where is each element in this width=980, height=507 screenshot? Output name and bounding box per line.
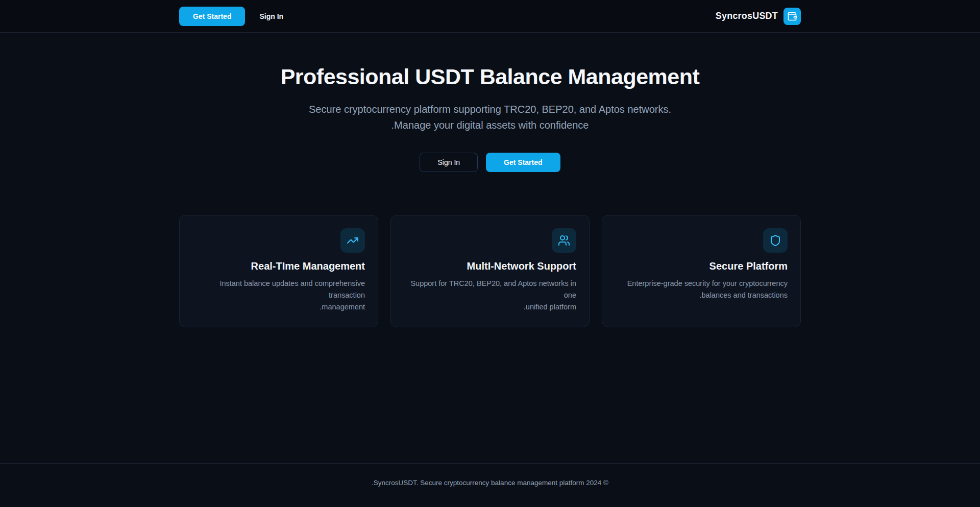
wallet-icon [783,8,801,25]
brand[interactable]: SyncrosUSDT [716,8,801,25]
feature-description-line2: management. [192,301,365,313]
hero-get-started-button[interactable]: Get Started [486,153,560,172]
trending-up-icon [340,228,365,253]
feature-description-line2: unified platform. [404,301,576,313]
shield-icon [763,228,788,253]
nav-get-started-button[interactable]: Get Started [179,7,245,26]
feature-card-secure: Secure Platform Enterprise-grade securit… [602,215,801,327]
navbar-actions: Get Started Sign In [179,7,283,26]
feature-cards: Real-TIme Management Instant balance upd… [179,215,801,327]
users-icon [552,228,576,253]
feature-card-realtime: Real-TIme Management Instant balance upd… [179,215,378,327]
feature-title: MultI-Network Support [404,260,576,272]
feature-description-line1: Enterprise-grade security for your crypt… [615,278,788,289]
footer-text: © 2024 SyncrosUSDT. Secure cryptocurrenc… [0,479,980,487]
feature-description: Support for TRC20, BEP20, and Aptos netw… [404,278,576,313]
feature-description-line2: balances and transactions. [615,289,788,301]
feature-description: Instant balance updates and comprehensiv… [192,278,365,313]
hero-subtitle-line2: Manage your digital assets with confiden… [0,117,980,133]
feature-description-line1: Instant balance updates and comprehensiv… [192,278,365,301]
feature-title: Real-TIme Management [192,260,365,272]
hero-section: Professional USDT Balance Management Sec… [0,33,980,172]
page-title: Professional USDT Balance Management [0,64,980,89]
brand-name: SyncrosUSDT [716,11,778,21]
hero-sign-in-button[interactable]: Sign In [420,153,478,172]
hero-actions: Sign In Get Started [0,153,980,172]
feature-card-multinetwork: MultI-Network Support Support for TRC20,… [390,215,590,327]
feature-description-line1: Support for TRC20, BEP20, and Aptos netw… [404,278,576,301]
main-content: Professional USDT Balance Management Sec… [0,33,980,463]
navbar: Get Started Sign In SyncrosUSDT [0,0,980,33]
feature-title: Secure Platform [615,260,788,272]
nav-sign-in-link[interactable]: Sign In [259,12,283,20]
feature-description: Enterprise-grade security for your crypt… [615,278,788,301]
hero-subtitle: Secure cryptocurrency platform supportin… [0,102,980,133]
footer: © 2024 SyncrosUSDT. Secure cryptocurrenc… [0,463,980,507]
hero-subtitle-line1: Secure cryptocurrency platform supportin… [0,102,980,117]
